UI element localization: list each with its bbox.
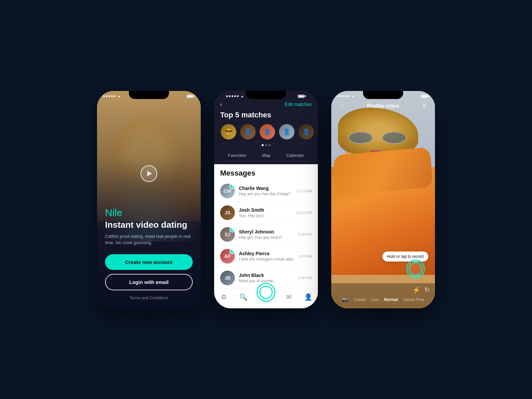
msg-preview-john: Meet you at sunset...: [239, 279, 298, 283]
record-button-inner-ring: [409, 262, 422, 276]
badge-ashley: 2: [230, 249, 235, 254]
settings-icon[interactable]: ⚙: [218, 291, 230, 303]
notch-2: [246, 91, 286, 99]
avatar-josh: JS: [220, 205, 235, 220]
msg-name-charlie: Charlie Wang: [239, 186, 296, 191]
match-avatar-5[interactable]: 👤: [298, 123, 315, 140]
msg-preview-ashley: I love the Avengers movie also.: [239, 257, 298, 262]
avatar-charlie: CW 1: [220, 184, 235, 198]
match-pagination: [220, 144, 312, 146]
tab-favorites[interactable]: Favorites: [225, 152, 249, 159]
message-item-josh[interactable]: JS Josh Smith You: Hey you! 12:51 PM: [214, 202, 318, 224]
wifi-icon-2: ▲: [241, 94, 244, 98]
play-button[interactable]: [141, 165, 157, 182]
badge-charlie: 1: [230, 184, 235, 189]
video-controls: ⚡ ↻ 📷 Create Live Normal Hands-Free: [331, 283, 435, 308]
match-avatars-list: 😎 👤 👤 👤 👤: [220, 123, 312, 140]
login-email-button[interactable]: Login with email: [105, 274, 193, 290]
wifi-icon-3: ▲: [352, 94, 355, 98]
msg-name-josh: Josh Smith: [239, 207, 296, 213]
profile-icon[interactable]: 👤: [302, 291, 314, 303]
messages-nav: ‹ Edit matches: [220, 100, 312, 111]
video-top-icons: ⚡ ↻: [331, 286, 435, 294]
record-button-container: [406, 260, 425, 278]
mode-create[interactable]: Create: [354, 297, 366, 302]
mode-normal[interactable]: Normal: [384, 297, 398, 302]
record-button[interactable]: [406, 260, 425, 278]
video-back-button[interactable]: ‹: [337, 101, 347, 111]
app-subtitle: Catfish proof dating, meet real people i…: [105, 233, 193, 246]
msg-time-charlie: 11:13 AM: [296, 189, 312, 193]
back-button[interactable]: ‹: [220, 101, 222, 108]
match-avatar-2[interactable]: 👤: [240, 123, 256, 140]
record-inner-ring: [259, 286, 273, 299]
message-item-sheryl[interactable]: SJ 3 Sheryl Johnson Hey girl, how you be…: [214, 224, 318, 245]
bottom-nav: ⚙ 🔍 ✉ 👤: [214, 288, 318, 308]
notch-3: [363, 91, 403, 99]
video-modes: 📷 Create Live Normal Hands-Free: [331, 297, 435, 303]
msg-content-sheryl: Sheryl Johnson Hey girl, how you been?: [239, 229, 298, 240]
msg-content-charlie: Charlie Wang Hey are you free this Frida…: [239, 186, 296, 196]
avatar-john: JB: [220, 271, 235, 285]
msg-name-ashley: Ashley Pierce: [239, 251, 298, 256]
notch-1: [129, 91, 169, 99]
msg-preview-josh: You: Hey you!: [239, 213, 296, 218]
mode-live[interactable]: Live: [371, 297, 379, 302]
message-item-ashley[interactable]: AP 2 Ashley Pierce I love the Avengers m…: [214, 245, 318, 267]
signal-bars-2: ▲: [226, 94, 244, 98]
flash-icon[interactable]: ⚡: [412, 286, 421, 294]
msg-preview-charlie: Hey are you free this Friday?: [239, 192, 296, 196]
msg-time-josh: 12:51 PM: [296, 211, 312, 215]
app-logo: Nile: [105, 207, 193, 218]
tab-map[interactable]: Map: [259, 152, 274, 159]
messages-list-container: Messages CW 1 Charlie Wang Hey are you f…: [214, 164, 318, 288]
edit-matches-link[interactable]: Edit matches: [285, 102, 312, 107]
battery-2: [298, 95, 306, 98]
terms-link[interactable]: Terms and Conditions: [105, 296, 193, 300]
signal-bars: ▲: [103, 94, 121, 98]
signal-bars-3: ▲: [337, 94, 355, 98]
msg-content-john: John Black Meet you at sunset...: [239, 273, 298, 283]
phone-video: ▲ 9:41 ‹ Profile video ✕: [331, 91, 435, 308]
welcome-content: Nile Instant video dating Catfish proof …: [97, 207, 201, 308]
video-screen-title: Profile video: [367, 103, 399, 109]
create-account-button[interactable]: Create new account: [105, 254, 193, 270]
top5-title: Top 5 matches: [220, 111, 312, 119]
section-tabs: Favorites Map Calendar: [220, 149, 312, 162]
phones-container: ▲ 9:41 Nile Instant video dating Catfish…: [97, 91, 435, 308]
msg-name-john: John Black: [239, 273, 298, 278]
app-tagline: Instant video dating: [105, 220, 193, 230]
msg-time-ashley: 1:47 AM: [298, 254, 312, 258]
video-nav: ‹ Profile video ✕: [337, 100, 429, 112]
video-close-button[interactable]: ✕: [419, 101, 429, 111]
rotate-icon[interactable]: ↻: [425, 286, 430, 294]
match-avatar-3[interactable]: 👤: [259, 123, 276, 140]
match-avatar-1[interactable]: 😎: [220, 123, 237, 140]
avatar-ashley: AP 2: [220, 249, 235, 264]
wifi-icon-1: ▲: [117, 94, 121, 98]
messages-heading: Messages: [214, 164, 318, 180]
badge-sheryl: 3: [230, 227, 235, 232]
msg-preview-sheryl: Hey girl, how you been?: [239, 235, 298, 240]
avatar-sheryl: SJ 3: [220, 227, 235, 242]
msg-time-john: 3:38 PM: [298, 276, 312, 280]
msg-name-sheryl: Sheryl Johnson: [239, 229, 298, 234]
phone-welcome: ▲ 9:41 Nile Instant video dating Catfish…: [97, 91, 201, 308]
play-triangle-icon: [147, 171, 152, 176]
msg-content-josh: Josh Smith You: Hey you!: [239, 207, 296, 218]
battery-1: [187, 95, 195, 98]
search-icon[interactable]: 🔍: [237, 291, 249, 303]
camera-icon[interactable]: 📷: [342, 297, 349, 303]
msg-content-ashley: Ashley Pierce I love the Avengers movie …: [239, 251, 298, 262]
messages-icon[interactable]: ✉: [283, 291, 295, 303]
record-center-button[interactable]: [257, 283, 275, 302]
battery-3: [421, 95, 429, 98]
messages-header: ▲ 9:41 ‹ Edit matches Top 5: [214, 91, 318, 164]
phone-messages: ▲ 9:41 ‹ Edit matches Top 5: [214, 91, 318, 308]
tab-calendar[interactable]: Calendar: [283, 152, 307, 159]
msg-time-sheryl: 6:39 PM: [298, 232, 312, 236]
message-item-charlie[interactable]: CW 1 Charlie Wang Hey are you free this …: [214, 180, 318, 202]
match-avatar-4[interactable]: 👤: [278, 123, 295, 140]
mode-handsfree[interactable]: Hands-Free: [403, 297, 424, 302]
